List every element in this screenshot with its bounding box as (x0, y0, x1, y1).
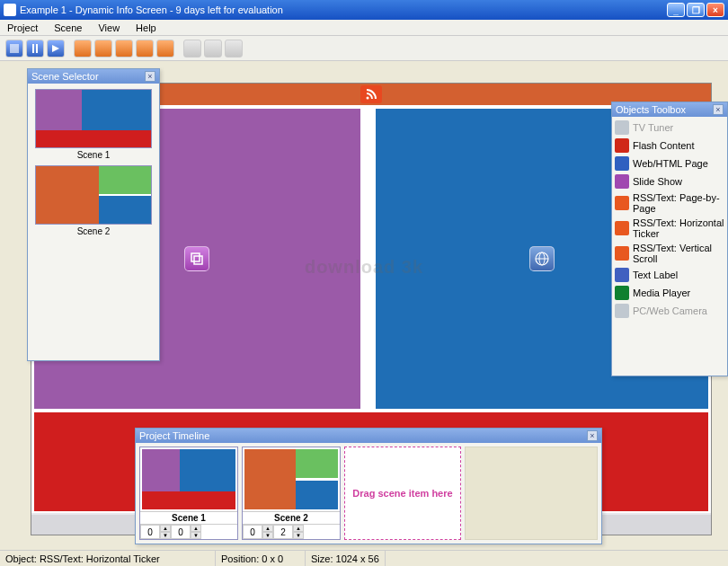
timeline-panel[interactable]: Project Timeline × Scene 1 ▲▼ ▲▼ Scene 2… (135, 428, 602, 544)
spin-down[interactable]: ▼ (293, 532, 304, 539)
globe-icon (529, 246, 555, 271)
tool-item-3[interactable]: Slide Show (614, 172, 725, 190)
scene-selector-title-text: Scene Selector (31, 71, 145, 82)
svg-marker-3 (52, 45, 59, 52)
spin-up[interactable]: ▲ (160, 525, 171, 532)
tool-icon (615, 268, 629, 282)
toolbar-btn-7[interactable] (136, 40, 154, 57)
scene-1-label: Scene 1 (28, 150, 159, 160)
scene-thumb-1[interactable] (35, 89, 152, 148)
rss-icon (360, 85, 382, 103)
objects-toolbox-title-text: Objects Toolbox (616, 104, 713, 115)
scene-thumb-2[interactable] (35, 165, 152, 225)
app-icon (4, 4, 16, 16)
spin-down[interactable]: ▼ (160, 532, 171, 539)
svg-rect-6 (194, 256, 202, 264)
maximize-button[interactable]: ❐ (687, 3, 705, 17)
tool-label: RSS/Text: Vertical Scroll (633, 243, 724, 264)
tool-icon (615, 156, 629, 171)
tool-icon (615, 286, 629, 300)
menu-view[interactable]: View (94, 22, 123, 34)
drop-hint-text: Drag scene item here (352, 488, 452, 499)
toolbar-btn-10[interactable] (204, 40, 222, 57)
menu-help[interactable]: Help (132, 22, 160, 34)
tool-label: RSS/Text: Page-by-Page (633, 192, 724, 214)
minimize-button[interactable]: _ (667, 3, 685, 17)
spin-up[interactable]: ▲ (262, 525, 273, 532)
scene-2-label: Scene 2 (28, 226, 159, 236)
timeline-close[interactable]: × (587, 430, 598, 441)
tool-item-0: TV Tuner (614, 119, 725, 137)
toolbar-btn-3[interactable] (47, 40, 65, 57)
scene-selector-title[interactable]: Scene Selector × (28, 69, 159, 84)
toolbar-btn-11[interactable] (225, 40, 243, 57)
tool-icon (615, 221, 629, 235)
svg-rect-2 (36, 44, 38, 53)
timeline-empty (465, 447, 598, 540)
menubar: Project Scene View Help (0, 20, 728, 36)
timeline-drop-zone[interactable]: Drag scene item here (344, 447, 461, 540)
status-position: Position: 0 x 0 (216, 551, 306, 566)
objects-toolbox-panel[interactable]: Objects Toolbox × TV TunerFlash ContentW… (611, 102, 728, 376)
tl-s1-val-a[interactable] (140, 525, 160, 539)
scene-selector-panel[interactable]: Scene Selector × Scene 1 Scene 2 (27, 68, 160, 361)
tool-label: RSS/Text: Horizontal Ticker (633, 217, 724, 239)
tool-item-7[interactable]: Text Label (614, 266, 725, 284)
menu-scene[interactable]: Scene (50, 22, 85, 34)
slideshow-icon (184, 246, 209, 271)
tool-label: PC/Web Camera (633, 305, 707, 316)
canvas: download 3k Scene Selector × Scene 1 Sce… (0, 61, 728, 550)
status-size: Size: 1024 x 56 (306, 551, 386, 566)
objects-toolbox-close[interactable]: × (713, 104, 724, 115)
spin-up[interactable]: ▲ (191, 525, 201, 532)
tool-item-6[interactable]: RSS/Text: Vertical Scroll (614, 241, 725, 266)
title-text: Example 1 - Dynamic Info Screen - 9 days… (20, 4, 667, 15)
menu-project[interactable]: Project (4, 22, 41, 34)
toolbar-btn-6[interactable] (115, 40, 133, 57)
tl-s2-val-b[interactable] (273, 525, 293, 539)
tool-item-1[interactable]: Flash Content (614, 137, 725, 155)
toolbar-btn-5[interactable] (94, 40, 112, 57)
tool-icon (615, 138, 629, 153)
spin-down[interactable]: ▼ (262, 532, 273, 539)
scene-selector-close[interactable]: × (145, 71, 155, 82)
toolbar-btn-1[interactable] (5, 40, 23, 57)
spin-down[interactable]: ▼ (191, 532, 201, 539)
tool-item-4[interactable]: RSS/Text: Page-by-Page (614, 190, 725, 216)
status-object: Object: RSS/Text: Horizontal Ticker (0, 551, 216, 566)
tool-list: TV TunerFlash ContentWeb/HTML PageSlide … (612, 117, 727, 322)
svg-rect-0 (10, 44, 19, 53)
tool-item-2[interactable]: Web/HTML Page (614, 155, 725, 172)
tl-s2-val-a[interactable] (243, 525, 262, 539)
tool-label: TV Tuner (633, 122, 673, 133)
tool-icon (615, 246, 629, 261)
tool-label: Flash Content (633, 140, 694, 151)
tool-item-9: PC/Web Camera (614, 302, 725, 320)
toolbar (0, 36, 728, 61)
timeline-scene-1[interactable]: Scene 1 ▲▼ ▲▼ (139, 447, 238, 540)
tool-item-5[interactable]: RSS/Text: Horizontal Ticker (614, 216, 725, 241)
tool-label: Text Label (633, 270, 678, 280)
tool-label: Slide Show (633, 176, 682, 187)
watermark: download 3k (305, 257, 423, 278)
timeline-scene-2[interactable]: Scene 2 ▲▼ ▲▼ (242, 447, 341, 540)
tool-item-8[interactable]: Media Player (614, 284, 725, 302)
svg-rect-5 (191, 253, 200, 261)
timeline-title[interactable]: Project Timeline × (136, 429, 601, 443)
timeline-scene-2-label: Scene 2 (243, 511, 340, 524)
toolbar-btn-9[interactable] (183, 40, 201, 57)
objects-toolbox-title[interactable]: Objects Toolbox × (612, 102, 727, 117)
toolbar-btn-4[interactable] (74, 40, 92, 57)
tl-s1-val-b[interactable] (171, 525, 191, 539)
tool-icon (615, 120, 629, 135)
tool-label: Web/HTML Page (633, 158, 708, 169)
timeline-title-text: Project Timeline (139, 430, 587, 441)
svg-rect-1 (32, 44, 34, 53)
tool-icon (615, 196, 629, 210)
spin-up[interactable]: ▲ (293, 525, 304, 532)
toolbar-btn-8[interactable] (156, 40, 174, 57)
titlebar: Example 1 - Dynamic Info Screen - 9 days… (0, 0, 728, 20)
close-button[interactable]: × (706, 3, 724, 17)
toolbar-btn-2[interactable] (26, 40, 44, 57)
tool-icon (615, 174, 629, 189)
